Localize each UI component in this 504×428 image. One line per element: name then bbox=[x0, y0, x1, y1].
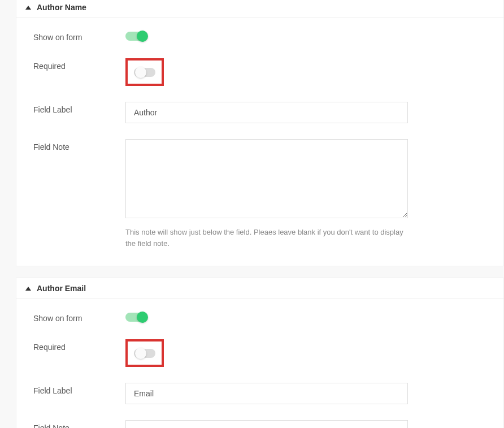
section-author-email: Author Email Show on form Required Field bbox=[16, 278, 504, 428]
required-toggle[interactable] bbox=[134, 68, 155, 77]
field-label-input[interactable] bbox=[125, 383, 408, 404]
field-note-helper: This note will show just below the field… bbox=[125, 227, 408, 249]
required-label: Required bbox=[33, 58, 125, 71]
toggle-knob bbox=[135, 67, 146, 78]
section-body: Show on form Required Field Label bbox=[16, 18, 503, 266]
section-author-name: Author Name Show on form Required Field … bbox=[16, 0, 504, 266]
section-title: Author Email bbox=[37, 284, 86, 293]
caret-up-icon bbox=[25, 6, 31, 10]
show-on-form-label: Show on form bbox=[33, 29, 125, 42]
toggle-knob bbox=[137, 31, 148, 42]
section-header[interactable]: Author Email bbox=[16, 278, 503, 299]
highlight-box bbox=[125, 58, 164, 86]
field-label-label: Field Label bbox=[33, 102, 125, 114]
caret-up-icon bbox=[25, 287, 31, 291]
toggle-knob bbox=[137, 312, 148, 323]
field-note-textarea[interactable] bbox=[125, 139, 408, 218]
show-on-form-toggle[interactable] bbox=[125, 313, 147, 322]
section-body: Show on form Required Field Label bbox=[16, 299, 503, 428]
required-label: Required bbox=[33, 339, 125, 352]
show-on-form-label: Show on form bbox=[33, 310, 125, 323]
field-note-textarea[interactable] bbox=[125, 420, 408, 428]
field-label-label: Field Label bbox=[33, 383, 125, 395]
field-note-label: Field Note bbox=[33, 420, 125, 428]
field-label-input[interactable] bbox=[125, 102, 408, 123]
show-on-form-toggle[interactable] bbox=[125, 32, 147, 41]
field-note-label: Field Note bbox=[33, 139, 125, 152]
section-header[interactable]: Author Name bbox=[16, 0, 503, 18]
toggle-knob bbox=[135, 348, 146, 359]
highlight-box bbox=[125, 339, 164, 367]
required-toggle[interactable] bbox=[134, 349, 155, 358]
section-title: Author Name bbox=[37, 3, 86, 12]
